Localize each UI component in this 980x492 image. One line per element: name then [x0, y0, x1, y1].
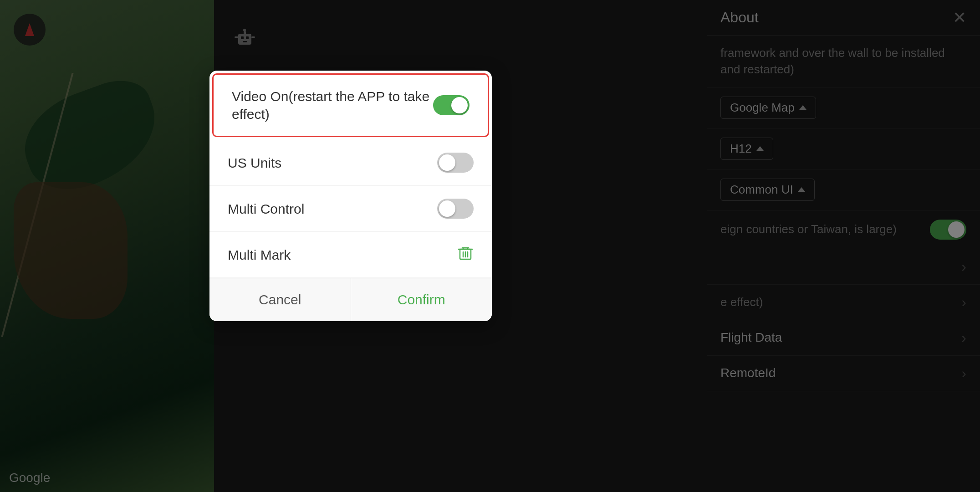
multi-mark-row: Multi Mark [209, 232, 492, 278]
us-units-toggle[interactable] [437, 153, 474, 173]
modal-overlay: Video On(restart the APP to take effect)… [0, 0, 980, 492]
video-on-label: Video On(restart the APP to take effect) [232, 87, 433, 123]
us-units-row: US Units [209, 140, 492, 186]
settings-modal: Video On(restart the APP to take effect)… [209, 71, 492, 321]
video-on-toggle[interactable] [433, 95, 470, 115]
modal-body: Video On(restart the APP to take effect)… [209, 73, 492, 278]
modal-footer: Cancel Confirm [209, 278, 492, 321]
us-units-label: US Units [228, 154, 281, 172]
multi-control-label: Multi Control [228, 200, 304, 218]
video-on-row: Video On(restart the APP to take effect) [214, 75, 488, 136]
trash-icon[interactable] [457, 245, 474, 265]
video-on-highlight-border: Video On(restart the APP to take effect) [212, 73, 489, 137]
multi-mark-label: Multi Mark [228, 246, 291, 264]
cancel-button[interactable]: Cancel [209, 278, 351, 321]
multi-control-row: Multi Control [209, 186, 492, 232]
multi-control-toggle[interactable] [437, 199, 474, 219]
confirm-button[interactable]: Confirm [351, 278, 492, 321]
